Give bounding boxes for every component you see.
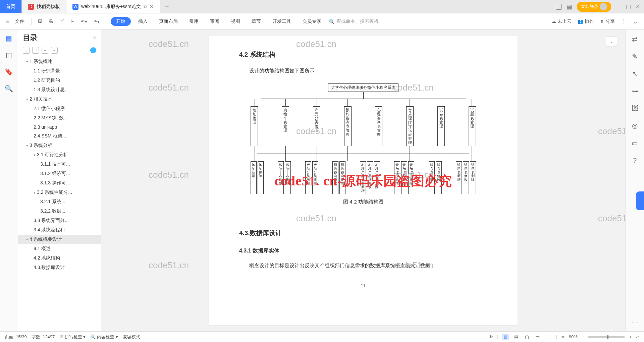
contentcheck-button[interactable]: 🔍 内容检查 ▾ <box>90 334 118 340</box>
outline-item[interactable]: 2.4 SSM 框架... <box>18 131 101 141</box>
preview-icon[interactable]: 📄 <box>58 19 66 24</box>
tab-home[interactable]: 首页 <box>0 0 22 13</box>
expand-icon[interactable]: ⤢ <box>636 334 639 339</box>
view-outline-icon[interactable]: ▤ <box>513 334 520 340</box>
collapse-ribbon-icon[interactable]: ⌄ <box>633 18 638 25</box>
redo-icon[interactable]: ↷▾ <box>92 19 101 24</box>
outline-item[interactable]: 4.2 系统结构 <box>18 253 101 263</box>
ribbon-tab-view[interactable]: 视图 <box>227 18 244 24</box>
outline-item[interactable]: 4.3.数据库设计 <box>18 263 101 272</box>
target-icon[interactable]: ◎ <box>632 122 638 130</box>
pen-icon[interactable]: ✎ <box>632 52 638 60</box>
closewin-icon[interactable]: ✕ <box>636 3 640 10</box>
device-icon[interactable]: ▭ <box>632 139 638 147</box>
save-icon[interactable]: 🖫 <box>36 19 44 24</box>
outline-item[interactable]: 2.1 微信小程序 <box>18 104 101 113</box>
outline-item[interactable]: 3.1.3 操作可... <box>18 178 101 188</box>
org-leaf: 购物车表删除 <box>285 161 291 194</box>
cloud-button[interactable]: ☁未上云 <box>551 18 572 24</box>
more-tools-icon[interactable]: ⋯ <box>632 319 638 327</box>
ribbon-tab-chapter[interactable]: 章节 <box>248 18 265 24</box>
help-icon[interactable]: ? <box>633 157 637 164</box>
coop-button[interactable]: 👥协作 <box>578 18 594 24</box>
view-fit-icon[interactable]: ⬚ <box>545 334 552 340</box>
outline-item[interactable]: ▾1 系统概述 <box>18 57 101 66</box>
side-handle[interactable] <box>636 191 644 210</box>
eye-icon[interactable]: 👁 <box>489 334 493 339</box>
outline-item[interactable]: ▾3.2 系统性能分... <box>18 188 101 197</box>
more-icon[interactable]: ⋮ <box>621 18 627 25</box>
zoom-out-icon[interactable]: − <box>582 334 584 339</box>
ribbon-tab-review[interactable]: 审阅 <box>206 18 223 24</box>
outline-item[interactable]: 3.2.2 数据... <box>18 207 101 216</box>
ruler-icon[interactable]: ⇄ <box>632 35 638 43</box>
layout1-icon[interactable] <box>556 4 562 10</box>
add-node-icon[interactable]: ＋ <box>42 47 48 54</box>
ribbon-tab-ref[interactable]: 引用 <box>185 18 203 24</box>
tab-document[interactable]: W weixin084...康服务+ssm论文 ⧉ ✕ <box>66 0 160 13</box>
minimize-icon[interactable]: — <box>616 4 621 10</box>
outline-item[interactable]: ▾4 系统概要设计 <box>18 235 101 244</box>
zoom-in-icon[interactable]: + <box>629 334 632 339</box>
undo-icon[interactable]: ↶▾ <box>79 19 89 24</box>
search-rail-icon[interactable]: 🔍 <box>5 84 13 93</box>
maximize-icon[interactable]: ▢ <box>626 3 631 10</box>
login-button[interactable]: 立即登录 <box>577 2 611 12</box>
document-area[interactable]: ⌄ 4.2 系统结构 设计的功能结构图如下图所示： 大学生心理健康服务微信小程序… <box>101 30 625 331</box>
settings-icon[interactable]: ⊶ <box>632 87 638 95</box>
ribbon-tab-layout[interactable]: 页面布局 <box>155 18 182 24</box>
outline-item[interactable]: 3.2.1 系统... <box>18 197 101 207</box>
panel-toggle-icon[interactable]: ⌄ <box>606 36 617 46</box>
expand-all-icon[interactable]: ⌃ <box>32 47 39 54</box>
ribbon-tab-member[interactable]: 会员专享 <box>299 18 325 24</box>
spellcheck-button[interactable]: ☑ 拼写检查 ▾ <box>59 334 86 340</box>
status-words[interactable]: 字数: 12497 <box>32 334 55 340</box>
outline-list[interactable]: ▾1 系统概述1.1 研究背景1.2 研究目的1.3 系统设计思...▾2 相关… <box>18 57 101 331</box>
outline-item[interactable]: 1.3 系统设计思... <box>18 85 101 95</box>
cut-icon[interactable]: ✂ <box>69 19 76 24</box>
outline-item[interactable]: 4.1 概述 <box>18 244 101 253</box>
nav-rail-icon[interactable]: ◫ <box>6 51 12 59</box>
ribbon-tab-start[interactable]: 开始 <box>111 17 131 26</box>
outline-item[interactable]: 3.3 系统界面分... <box>18 216 101 225</box>
outline-item[interactable]: 1.1 研究背景 <box>18 66 101 76</box>
select-icon[interactable]: ↖ <box>632 70 638 78</box>
ribbon-tab-dev[interactable]: 开发工具 <box>268 18 295 24</box>
fullwidth-icon[interactable]: ⇔ <box>561 334 565 339</box>
tab-document-label: weixin084...康服务+ssm论文 <box>81 4 141 10</box>
zoom-value[interactable]: 80% <box>569 334 578 339</box>
status-page[interactable]: 页面: 15/39 <box>5 334 27 340</box>
right-rail: ⇄ ✎ ↖ ⊶ 🖼 ◎ ▭ ? ⋯ <box>625 30 644 331</box>
file-menu[interactable]: 文件 <box>13 18 26 24</box>
close-icon[interactable]: ✕ <box>150 4 154 10</box>
outline-item[interactable]: 2.2 MYSQL 数... <box>18 113 101 123</box>
ribbon-tab-insert[interactable]: 插入 <box>134 18 152 24</box>
view-page-icon[interactable]: ▥ <box>502 334 509 340</box>
image-icon[interactable]: 🖼 <box>632 105 638 112</box>
outline-item[interactable]: ▾3 系统分析 <box>18 141 101 150</box>
tab-template[interactable]: D 找稻壳模板 <box>22 0 66 13</box>
ribbon-search[interactable]: 🔍查找命令、搜索模板 <box>329 18 402 24</box>
outline-item[interactable]: 3.4 系统流程和... <box>18 225 101 235</box>
outline-item[interactable]: ▾3.1 可行性分析 <box>18 150 101 160</box>
outline-item[interactable]: 1.2 研究目的 <box>18 76 101 85</box>
outline-badge-icon[interactable] <box>90 47 96 53</box>
outline-item[interactable]: 3.1.1 技术可... <box>18 160 101 169</box>
view-read-icon[interactable]: ▭ <box>534 334 541 340</box>
outline-rail-icon[interactable]: ▤ <box>6 34 12 42</box>
tab-dup-icon[interactable]: ⧉ <box>144 4 147 9</box>
share-button[interactable]: ⇧分享 <box>600 18 615 24</box>
outline-item[interactable]: ▾2 相关技术 <box>18 95 101 104</box>
outline-close-icon[interactable]: × <box>93 35 96 42</box>
menu-icon[interactable]: ≡ <box>6 18 10 25</box>
bookmark-rail-icon[interactable]: 🔖 <box>5 68 13 76</box>
apps-icon[interactable]: ▦ <box>567 3 572 10</box>
print-icon[interactable]: 🖶 <box>47 19 54 24</box>
outline-item[interactable]: 3.1.2 经济可... <box>18 169 101 178</box>
zoom-slider[interactable] <box>588 336 625 338</box>
view-web-icon[interactable]: ▢ <box>524 334 530 340</box>
tab-add[interactable]: + <box>160 0 174 13</box>
remove-node-icon[interactable]: － <box>51 47 58 54</box>
collapse-all-icon[interactable]: ⌄ <box>23 47 30 54</box>
outline-item[interactable]: 2.3 uni-app <box>18 123 101 131</box>
